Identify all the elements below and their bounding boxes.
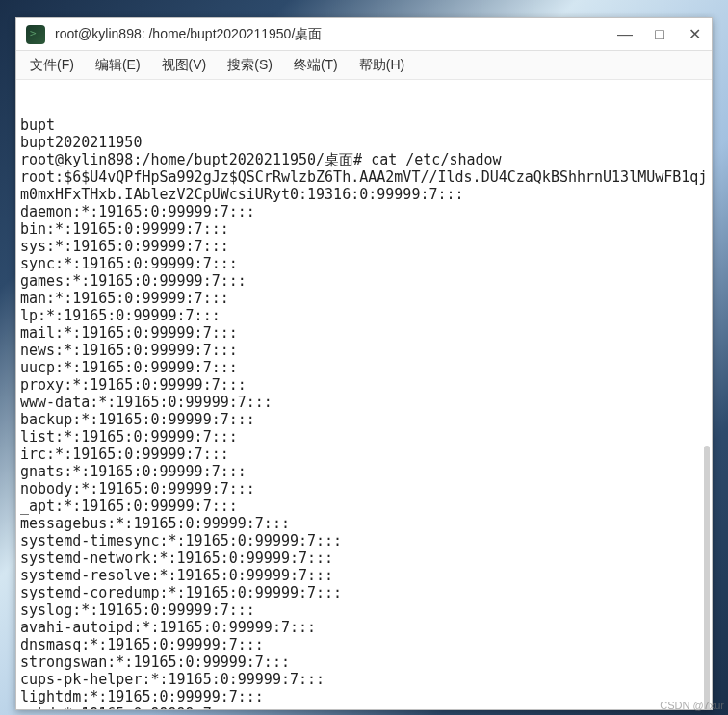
terminal-line: systemd-timesync:*:19165:0:99999:7:::	[20, 532, 708, 549]
maximize-button[interactable]: □	[652, 27, 667, 42]
menu-terminal[interactable]: 终端(T)	[284, 53, 348, 78]
terminal-line: www-data:*:19165:0:99999:7:::	[20, 394, 708, 411]
minimize-button[interactable]: —	[617, 27, 633, 42]
window-controls: — □ ✕	[617, 27, 702, 42]
terminal-content[interactable]: buptbupt2020211950root@kylin898:/home/bu…	[16, 80, 712, 709]
terminal-line: _apt:*:19165:0:99999:7:::	[20, 498, 708, 515]
scrollbar[interactable]	[704, 446, 710, 709]
terminal-line: dnsmasq:*:19165:0:99999:7:::	[20, 636, 708, 653]
terminal-icon	[26, 25, 45, 44]
terminal-line: mail:*:19165:0:99999:7:::	[20, 324, 708, 342]
close-button[interactable]: ✕	[687, 27, 702, 42]
terminal-line: cups-pk-helper:*:19165:0:99999:7:::	[20, 671, 708, 688]
terminal-line: irc:*:19165:0:99999:7:::	[20, 446, 708, 463]
terminal-line: games:*:19165:0:99999:7:::	[20, 272, 708, 290]
watermark: CSDN @7xur	[660, 700, 724, 711]
menu-help[interactable]: 帮助(H)	[350, 53, 414, 78]
terminal-line: bin:*:19165:0:99999:7:::	[20, 220, 708, 238]
terminal-line: lp:*:19165:0:99999:7:::	[20, 307, 708, 324]
menu-file[interactable]: 文件(F)	[20, 53, 84, 78]
terminal-line: systemd-coredump:*:19165:0:99999:7:::	[20, 584, 708, 601]
terminal-line: nobody:*:19165:0:99999:7:::	[20, 480, 708, 498]
terminal-line: backup:*:19165:0:99999:7:::	[20, 411, 708, 428]
terminal-window: root@kylin898: /home/bupt2020211950/桌面 —…	[15, 17, 713, 710]
terminal-line: news:*:19165:0:99999:7:::	[20, 342, 708, 359]
terminal-line: uucp:*:19165:0:99999:7:::	[20, 359, 708, 376]
terminal-line: lightdm:*:19165:0:99999:7:::	[20, 688, 708, 705]
terminal-line: sync:*:19165:0:99999:7:::	[20, 255, 708, 272]
terminal-line: systemd-network:*:19165:0:99999:7:::	[20, 549, 708, 567]
window-title: root@kylin898: /home/bupt2020211950/桌面	[55, 26, 617, 43]
terminal-line: proxy:*:19165:0:99999:7:::	[20, 376, 708, 394]
terminal-line: daemon:*:19165:0:99999:7:::	[20, 203, 708, 220]
terminal-line: bupt	[20, 116, 708, 134]
terminal-line: messagebus:*:19165:0:99999:7:::	[20, 515, 708, 532]
terminal-line: syslog:*:19165:0:99999:7:::	[20, 601, 708, 619]
terminal-line: systemd-resolve:*:19165:0:99999:7:::	[20, 567, 708, 584]
menu-view[interactable]: 视图(V)	[152, 53, 217, 78]
terminal-line: sshd:*:19165:0:99999:7:::	[20, 705, 708, 709]
terminal-line: bupt2020211950	[20, 134, 708, 151]
titlebar[interactable]: root@kylin898: /home/bupt2020211950/桌面 —…	[16, 18, 712, 51]
terminal-line: man:*:19165:0:99999:7:::	[20, 290, 708, 307]
terminal-line: strongswan:*:19165:0:99999:7:::	[20, 653, 708, 671]
terminal-line: list:*:19165:0:99999:7:::	[20, 428, 708, 446]
menu-search[interactable]: 搜索(S)	[218, 53, 282, 78]
terminal-line: root:$6$U4vQPfHpSa992gJz$QSCrRwlzbZ6Th.A…	[20, 168, 708, 203]
terminal-line: avahi-autoipd:*:19165:0:99999:7:::	[20, 619, 708, 636]
terminal-line: gnats:*:19165:0:99999:7:::	[20, 463, 708, 480]
terminal-line: sys:*:19165:0:99999:7:::	[20, 238, 708, 255]
menu-edit[interactable]: 编辑(E)	[86, 53, 150, 78]
terminal-line: root@kylin898:/home/bupt2020211950/桌面# c…	[20, 151, 708, 168]
menubar: 文件(F) 编辑(E) 视图(V) 搜索(S) 终端(T) 帮助(H)	[16, 51, 712, 80]
